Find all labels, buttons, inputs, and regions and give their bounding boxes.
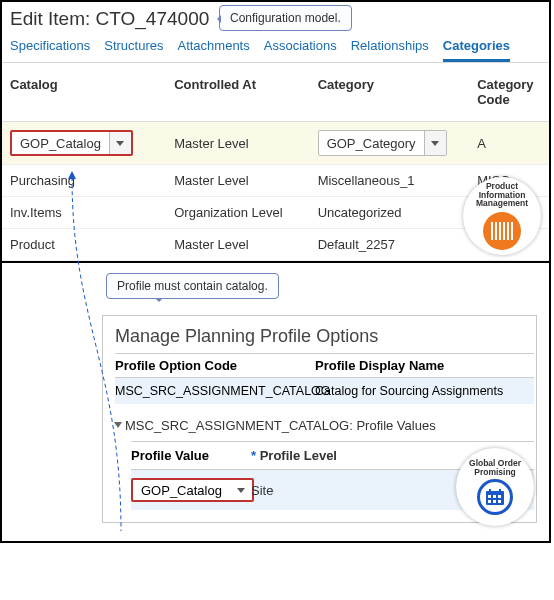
tab-attachments[interactable]: Attachments bbox=[177, 34, 249, 62]
chevron-down-icon[interactable] bbox=[230, 480, 252, 500]
tab-structures[interactable]: Structures bbox=[104, 34, 163, 62]
profile-code-cell: MSC_SRC_ASSIGNMENT_CATALOG bbox=[115, 384, 315, 398]
tab-associations[interactable]: Associations bbox=[264, 34, 337, 62]
svg-rect-6 bbox=[493, 500, 496, 503]
tab-categories[interactable]: Categories bbox=[443, 34, 510, 62]
catalog-cell: Product bbox=[2, 229, 166, 261]
col-category: Category bbox=[310, 63, 470, 122]
svg-rect-7 bbox=[498, 500, 501, 503]
svg-rect-3 bbox=[493, 495, 496, 498]
svg-rect-2 bbox=[488, 495, 491, 498]
table-row[interactable]: GOP_Catalog Master Level GOP_Category A bbox=[2, 122, 549, 165]
code-cell: A bbox=[469, 122, 549, 165]
category-cell: Default_2257 bbox=[310, 229, 470, 261]
profile-value-dropdown[interactable]: GOP_Catalog bbox=[131, 478, 254, 502]
page-title: Edit Item: CTO_474000 bbox=[10, 8, 209, 29]
gop-text-2: Promising bbox=[469, 468, 521, 477]
profile-title: Manage Planning Profile Options bbox=[115, 326, 534, 347]
svg-rect-8 bbox=[489, 489, 491, 493]
profile-value-text: GOP_Catalog bbox=[133, 481, 230, 500]
catalog-dropdown[interactable]: GOP_Catalog bbox=[10, 130, 133, 156]
svg-rect-9 bbox=[499, 489, 501, 493]
catalog-dropdown-value: GOP_Catalog bbox=[12, 134, 109, 153]
controlled-cell: Master Level bbox=[166, 165, 309, 197]
col-code: Category Code bbox=[469, 63, 549, 122]
disclosure-triangle-icon[interactable] bbox=[114, 422, 122, 428]
category-cell: Miscellaneous_1 bbox=[310, 165, 470, 197]
table-row[interactable]: Purchasing Master Level Miscellaneous_1 … bbox=[2, 165, 549, 197]
col-profile-name: Profile Display Name bbox=[315, 358, 534, 373]
catalog-cell: Inv.Items bbox=[2, 197, 166, 229]
col-profile-value: Profile Value bbox=[131, 448, 251, 463]
barcode-icon bbox=[483, 212, 521, 250]
pim-text-3: Management bbox=[476, 199, 528, 208]
category-cell: Uncategorized bbox=[310, 197, 470, 229]
profile-name-cell: Catalog for Sourcing Assignments bbox=[315, 384, 534, 398]
controlled-cell: Master Level bbox=[166, 229, 309, 261]
profile-sub-header: MSC_SRC_ASSIGNMENT_CATALOG: Profile Valu… bbox=[115, 418, 534, 433]
col-profile-level: * Profile Level bbox=[251, 448, 337, 463]
controlled-cell: Organization Level bbox=[166, 197, 309, 229]
tab-specifications[interactable]: Specifications bbox=[10, 34, 90, 62]
tab-bar: Specifications Structures Attachments As… bbox=[2, 30, 549, 63]
chevron-down-icon[interactable] bbox=[109, 132, 131, 154]
controlled-cell: Master Level bbox=[166, 122, 309, 165]
col-profile-level-text: Profile Level bbox=[260, 448, 337, 463]
profile-level-cell: Site bbox=[251, 483, 273, 498]
profile-row[interactable]: MSC_SRC_ASSIGNMENT_CATALOG Catalog for S… bbox=[115, 378, 534, 404]
pim-badge: Product Information Management bbox=[463, 177, 541, 255]
col-catalog: Catalog bbox=[2, 63, 166, 122]
col-profile-code: Profile Option Code bbox=[115, 358, 315, 373]
col-controlled: Controlled At bbox=[166, 63, 309, 122]
profile-panel: Manage Planning Profile Options Profile … bbox=[102, 315, 537, 523]
category-dropdown-value: GOP_Category bbox=[319, 134, 424, 153]
callout-profile: Profile must contain catalog. bbox=[106, 273, 279, 299]
svg-rect-5 bbox=[488, 500, 491, 503]
catalog-cell: Purchasing bbox=[2, 165, 166, 197]
chevron-down-icon[interactable] bbox=[424, 131, 446, 155]
callout-config-model: Configuration model. bbox=[219, 5, 352, 31]
svg-rect-4 bbox=[498, 495, 501, 498]
profile-sub-text: MSC_SRC_ASSIGNMENT_CATALOG: Profile Valu… bbox=[125, 418, 436, 433]
calendar-icon bbox=[477, 479, 513, 515]
category-dropdown[interactable]: GOP_Category bbox=[318, 130, 447, 156]
gop-badge: Global Order Promising bbox=[456, 448, 534, 526]
tab-relationships[interactable]: Relationships bbox=[351, 34, 429, 62]
